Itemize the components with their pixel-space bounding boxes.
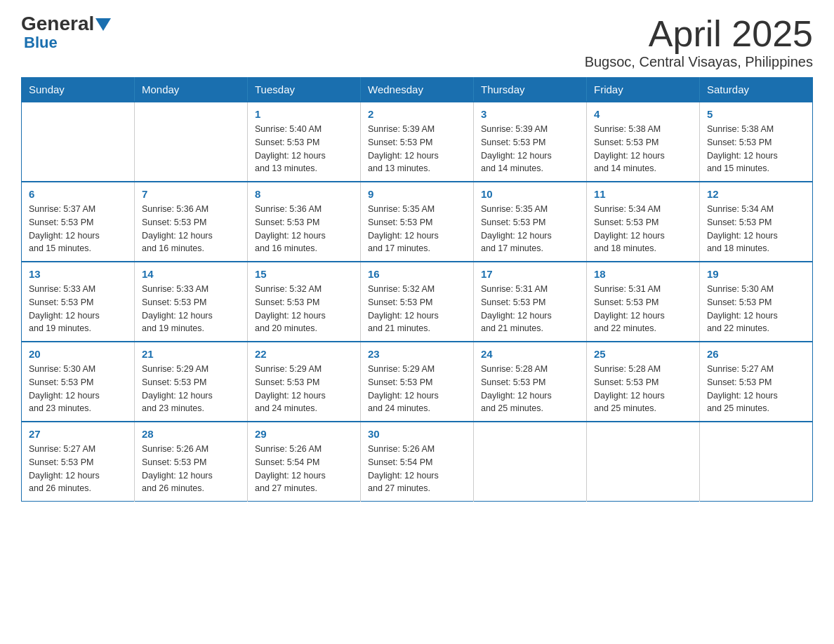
calendar-cell: 22Sunrise: 5:29 AM Sunset: 5:53 PM Dayli… — [248, 342, 361, 422]
calendar-cell — [474, 422, 587, 502]
day-info: Sunrise: 5:29 AM Sunset: 5:53 PM Dayligh… — [142, 363, 240, 415]
calendar-cell: 7Sunrise: 5:36 AM Sunset: 5:53 PM Daylig… — [135, 182, 248, 262]
day-info: Sunrise: 5:35 AM Sunset: 5:53 PM Dayligh… — [368, 203, 466, 255]
calendar-cell: 18Sunrise: 5:31 AM Sunset: 5:53 PM Dayli… — [587, 262, 700, 342]
calendar-cell: 28Sunrise: 5:26 AM Sunset: 5:53 PM Dayli… — [135, 422, 248, 502]
day-info: Sunrise: 5:29 AM Sunset: 5:53 PM Dayligh… — [255, 363, 353, 415]
day-info: Sunrise: 5:29 AM Sunset: 5:53 PM Dayligh… — [368, 363, 466, 415]
calendar-cell: 27Sunrise: 5:27 AM Sunset: 5:53 PM Dayli… — [22, 422, 135, 502]
day-info: Sunrise: 5:39 AM Sunset: 5:53 PM Dayligh… — [481, 123, 579, 175]
calendar-table: SundayMondayTuesdayWednesdayThursdayFrid… — [21, 77, 813, 502]
logo-general: General — [21, 14, 94, 34]
day-number: 5 — [707, 108, 805, 120]
day-info: Sunrise: 5:36 AM Sunset: 5:53 PM Dayligh… — [255, 203, 353, 255]
calendar-cell: 12Sunrise: 5:34 AM Sunset: 5:53 PM Dayli… — [700, 182, 813, 262]
calendar-cell: 20Sunrise: 5:30 AM Sunset: 5:53 PM Dayli… — [22, 342, 135, 422]
day-info: Sunrise: 5:30 AM Sunset: 5:53 PM Dayligh… — [707, 283, 805, 335]
day-number: 7 — [142, 188, 240, 200]
calendar-cell: 6Sunrise: 5:37 AM Sunset: 5:53 PM Daylig… — [22, 182, 135, 262]
calendar-cell: 17Sunrise: 5:31 AM Sunset: 5:53 PM Dayli… — [474, 262, 587, 342]
day-number: 13 — [29, 268, 127, 280]
day-number: 11 — [594, 188, 692, 200]
calendar-cell: 8Sunrise: 5:36 AM Sunset: 5:53 PM Daylig… — [248, 182, 361, 262]
weekday-header-sunday: Sunday — [22, 78, 135, 102]
day-number: 26 — [707, 348, 805, 360]
day-number: 14 — [142, 268, 240, 280]
calendar-cell: 23Sunrise: 5:29 AM Sunset: 5:53 PM Dayli… — [361, 342, 474, 422]
day-number: 22 — [255, 348, 353, 360]
calendar-cell: 19Sunrise: 5:30 AM Sunset: 5:53 PM Dayli… — [700, 262, 813, 342]
day-info: Sunrise: 5:36 AM Sunset: 5:53 PM Dayligh… — [142, 203, 240, 255]
calendar-cell: 4Sunrise: 5:38 AM Sunset: 5:53 PM Daylig… — [587, 102, 700, 182]
calendar-week-row: 13Sunrise: 5:33 AM Sunset: 5:53 PM Dayli… — [22, 262, 813, 342]
weekday-header-saturday: Saturday — [700, 78, 813, 102]
calendar-cell: 25Sunrise: 5:28 AM Sunset: 5:53 PM Dayli… — [587, 342, 700, 422]
page-header: General Blue April 2025 Bugsoc, Central … — [21, 14, 813, 70]
day-info: Sunrise: 5:30 AM Sunset: 5:53 PM Dayligh… — [29, 363, 127, 415]
calendar-cell: 5Sunrise: 5:38 AM Sunset: 5:53 PM Daylig… — [700, 102, 813, 182]
day-info: Sunrise: 5:28 AM Sunset: 5:53 PM Dayligh… — [594, 363, 692, 415]
day-number: 17 — [481, 268, 579, 280]
day-number: 12 — [707, 188, 805, 200]
day-number: 25 — [594, 348, 692, 360]
weekday-header-monday: Monday — [135, 78, 248, 102]
logo-blue: Blue — [24, 34, 58, 52]
day-info: Sunrise: 5:28 AM Sunset: 5:53 PM Dayligh… — [481, 363, 579, 415]
day-number: 30 — [368, 428, 466, 440]
calendar-cell: 9Sunrise: 5:35 AM Sunset: 5:53 PM Daylig… — [361, 182, 474, 262]
day-number: 29 — [255, 428, 353, 440]
day-info: Sunrise: 5:32 AM Sunset: 5:53 PM Dayligh… — [255, 283, 353, 335]
weekday-header-wednesday: Wednesday — [361, 78, 474, 102]
day-number: 18 — [594, 268, 692, 280]
day-number: 19 — [707, 268, 805, 280]
calendar-cell: 2Sunrise: 5:39 AM Sunset: 5:53 PM Daylig… — [361, 102, 474, 182]
calendar-cell — [135, 102, 248, 182]
calendar-cell: 11Sunrise: 5:34 AM Sunset: 5:53 PM Dayli… — [587, 182, 700, 262]
day-info: Sunrise: 5:31 AM Sunset: 5:53 PM Dayligh… — [594, 283, 692, 335]
day-info: Sunrise: 5:34 AM Sunset: 5:53 PM Dayligh… — [707, 203, 805, 255]
day-info: Sunrise: 5:31 AM Sunset: 5:53 PM Dayligh… — [481, 283, 579, 335]
day-info: Sunrise: 5:26 AM Sunset: 5:54 PM Dayligh… — [255, 443, 353, 495]
calendar-week-row: 1Sunrise: 5:40 AM Sunset: 5:53 PM Daylig… — [22, 102, 813, 182]
day-info: Sunrise: 5:38 AM Sunset: 5:53 PM Dayligh… — [707, 123, 805, 175]
day-number: 27 — [29, 428, 127, 440]
calendar-cell: 16Sunrise: 5:32 AM Sunset: 5:53 PM Dayli… — [361, 262, 474, 342]
weekday-header-row: SundayMondayTuesdayWednesdayThursdayFrid… — [22, 78, 813, 102]
calendar-cell: 1Sunrise: 5:40 AM Sunset: 5:53 PM Daylig… — [248, 102, 361, 182]
calendar-cell: 3Sunrise: 5:39 AM Sunset: 5:53 PM Daylig… — [474, 102, 587, 182]
day-info: Sunrise: 5:26 AM Sunset: 5:53 PM Dayligh… — [142, 443, 240, 495]
calendar-subtitle: Bugsoc, Central Visayas, Philippines — [585, 54, 813, 70]
day-number: 24 — [481, 348, 579, 360]
weekday-header-friday: Friday — [587, 78, 700, 102]
day-number: 23 — [368, 348, 466, 360]
calendar-cell: 26Sunrise: 5:27 AM Sunset: 5:53 PM Dayli… — [700, 342, 813, 422]
day-info: Sunrise: 5:27 AM Sunset: 5:53 PM Dayligh… — [29, 443, 127, 495]
weekday-header-thursday: Thursday — [474, 78, 587, 102]
day-number: 10 — [481, 188, 579, 200]
day-number: 9 — [368, 188, 466, 200]
calendar-cell: 14Sunrise: 5:33 AM Sunset: 5:53 PM Dayli… — [135, 262, 248, 342]
calendar-cell: 29Sunrise: 5:26 AM Sunset: 5:54 PM Dayli… — [248, 422, 361, 502]
day-info: Sunrise: 5:33 AM Sunset: 5:53 PM Dayligh… — [142, 283, 240, 335]
calendar-cell: 21Sunrise: 5:29 AM Sunset: 5:53 PM Dayli… — [135, 342, 248, 422]
day-number: 8 — [255, 188, 353, 200]
calendar-cell: 15Sunrise: 5:32 AM Sunset: 5:53 PM Dayli… — [248, 262, 361, 342]
day-info: Sunrise: 5:33 AM Sunset: 5:53 PM Dayligh… — [29, 283, 127, 335]
weekday-header-tuesday: Tuesday — [248, 78, 361, 102]
day-info: Sunrise: 5:27 AM Sunset: 5:53 PM Dayligh… — [707, 363, 805, 415]
day-number: 3 — [481, 108, 579, 120]
day-number: 6 — [29, 188, 127, 200]
day-number: 15 — [255, 268, 353, 280]
calendar-title: April 2025 — [585, 14, 813, 54]
day-number: 16 — [368, 268, 466, 280]
day-info: Sunrise: 5:26 AM Sunset: 5:54 PM Dayligh… — [368, 443, 466, 495]
day-info: Sunrise: 5:34 AM Sunset: 5:53 PM Dayligh… — [594, 203, 692, 255]
day-number: 4 — [594, 108, 692, 120]
calendar-cell: 30Sunrise: 5:26 AM Sunset: 5:54 PM Dayli… — [361, 422, 474, 502]
day-info: Sunrise: 5:40 AM Sunset: 5:53 PM Dayligh… — [255, 123, 353, 175]
day-number: 28 — [142, 428, 240, 440]
day-info: Sunrise: 5:35 AM Sunset: 5:53 PM Dayligh… — [481, 203, 579, 255]
logo-triangle-icon — [95, 18, 111, 31]
day-info: Sunrise: 5:32 AM Sunset: 5:53 PM Dayligh… — [368, 283, 466, 335]
day-number: 2 — [368, 108, 466, 120]
